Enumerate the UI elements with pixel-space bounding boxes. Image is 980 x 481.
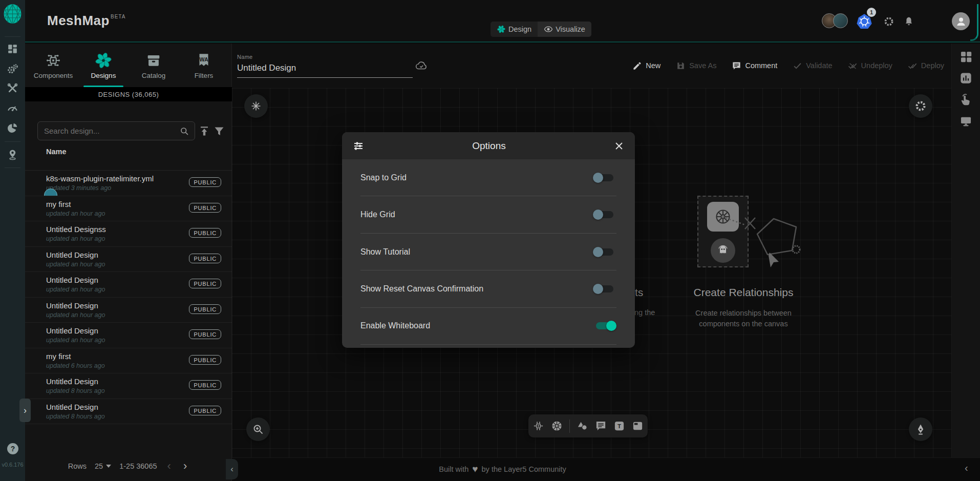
app-version: v0.6.176 xyxy=(0,462,25,468)
pagination: Rows 25 1-25 36065 ‹ › xyxy=(25,457,232,475)
meshmap-app: ? v0.6.176 › MeshMapBETA Design Visualiz… xyxy=(0,0,980,481)
design-row[interactable]: Untitled Design updated 8 hours ago PUBL… xyxy=(25,399,232,425)
app-header: MeshMapBETA Design Visualize 1 xyxy=(25,0,980,43)
save-as-button[interactable]: Save As xyxy=(676,61,716,71)
shapes-icon[interactable] xyxy=(577,420,588,432)
zoom-button[interactable] xyxy=(246,417,270,441)
canvas-settings-button[interactable] xyxy=(909,94,932,118)
cloud-saved-icon xyxy=(415,59,428,72)
kubernetes-wheel-icon[interactable] xyxy=(551,420,563,432)
page-range: 1-25 36065 xyxy=(119,462,157,470)
tab-catalog[interactable]: Catalog xyxy=(129,44,179,87)
tab-filters[interactable]: WA Filters xyxy=(179,44,229,87)
interaction-touch-icon[interactable] xyxy=(959,93,973,107)
collaborator-avatar xyxy=(833,13,848,28)
options-modal: Options Snap to Grid Hide Grid Show Tuto… xyxy=(342,132,635,348)
layer5-logo-icon[interactable] xyxy=(3,4,22,24)
action-label: Undeploy xyxy=(861,61,892,70)
designs-spiral-icon xyxy=(95,52,112,69)
chart-panel-icon[interactable] xyxy=(959,71,973,85)
previous-page-button[interactable]: ‹ xyxy=(165,461,173,471)
design-row[interactable]: my first updated an hour ago PUBLIC xyxy=(25,196,232,222)
design-row[interactable]: Untitled Design updated an hour ago PUBL… xyxy=(25,298,232,323)
beta-badge: BETA xyxy=(111,14,125,19)
designs-section-header: DESIGNS (36,065) xyxy=(25,87,232,101)
notifications-bell-icon[interactable] xyxy=(903,16,914,27)
next-page-button[interactable]: › xyxy=(181,461,189,471)
configuration-tools-icon[interactable] xyxy=(6,82,19,95)
modal-option-toggle[interactable] xyxy=(593,246,616,258)
filter-funnel-icon[interactable] xyxy=(213,125,225,137)
snowflake-icon xyxy=(250,100,262,112)
magnifier-icon xyxy=(252,423,264,435)
expand-drawer-button[interactable]: › xyxy=(19,399,31,422)
undeploy-button[interactable]: Undeploy xyxy=(848,61,892,71)
add-component-icon[interactable] xyxy=(532,420,544,432)
pen-tool-button[interactable] xyxy=(909,417,932,441)
rail-divider xyxy=(5,168,20,168)
search-row xyxy=(25,121,232,141)
page-size-value: 25 xyxy=(95,462,103,470)
help-button[interactable]: ? xyxy=(7,443,18,454)
toggle-thumb xyxy=(593,284,603,294)
deploy-button[interactable]: Deploy xyxy=(908,61,944,71)
display-monitor-icon[interactable] xyxy=(959,114,973,128)
extensions-pie-icon[interactable] xyxy=(6,121,19,134)
page-size-select[interactable]: 25 xyxy=(95,462,111,470)
performance-gauge-icon[interactable] xyxy=(6,101,19,114)
dock-divider xyxy=(569,420,570,433)
design-name-input[interactable] xyxy=(237,60,413,78)
design-row[interactable]: Untitled Design updated 8 hours ago PUBL… xyxy=(25,373,232,399)
collapse-left-drawer-button[interactable]: ‹ xyxy=(226,459,238,479)
tab-design[interactable]: Design xyxy=(491,22,538,37)
tab-components[interactable]: Components xyxy=(28,44,78,87)
widgets-grid-icon[interactable] xyxy=(959,50,973,64)
wasm-filters-icon: WA xyxy=(195,52,212,69)
design-row[interactable]: Untitled Design updated an hour ago PUBL… xyxy=(25,247,232,273)
new-button[interactable]: New xyxy=(632,61,661,71)
collaborator-avatars[interactable] xyxy=(822,13,848,30)
validate-button[interactable]: Validate xyxy=(793,61,832,71)
design-row[interactable]: Untitled Design updated an hour ago PUBL… xyxy=(25,272,232,298)
comment-tool-icon[interactable] xyxy=(595,420,607,432)
dashboard-icon[interactable] xyxy=(6,43,19,55)
design-visibility-badge: PUBLIC xyxy=(189,228,221,238)
design-visibility-badge: PUBLIC xyxy=(189,380,221,390)
components-circuit-icon xyxy=(45,52,62,69)
upload-design-icon[interactable] xyxy=(198,125,210,137)
canvas-right-rail xyxy=(951,44,980,457)
mode-label: Visualize xyxy=(556,25,585,33)
tab-designs[interactable]: Designs xyxy=(78,44,129,87)
design-row[interactable]: Untitled Design updated an hour ago PUBL… xyxy=(25,323,232,348)
meshmap-pin-icon[interactable] xyxy=(6,148,19,161)
rail-divider xyxy=(5,36,20,37)
modal-option-toggle[interactable] xyxy=(593,172,616,184)
modal-option-row: Hide Grid xyxy=(360,196,616,233)
rail-divider xyxy=(5,141,20,142)
search-input[interactable] xyxy=(38,127,179,135)
text-tool-icon[interactable]: T xyxy=(613,420,625,432)
modal-option-toggle[interactable] xyxy=(593,320,616,332)
lifecycle-gears-icon[interactable] xyxy=(6,62,19,75)
modal-option-toggle[interactable] xyxy=(593,283,616,295)
close-icon[interactable] xyxy=(613,140,625,152)
design-row[interactable]: Untitled Designss updated an hour ago PU… xyxy=(25,221,232,247)
design-row[interactable]: my first updated 6 hours ago PUBLIC xyxy=(25,348,232,374)
user-avatar[interactable] xyxy=(952,12,970,30)
comment-button[interactable]: Comment xyxy=(732,61,777,71)
modal-title: Options xyxy=(365,140,613,152)
drawer-tabstrip: Components Designs Catalog WA Filters xyxy=(25,44,232,87)
canvas-freeze-button[interactable] xyxy=(244,94,268,118)
search-icon[interactable] xyxy=(179,126,189,136)
modal-option-toggle[interactable] xyxy=(593,208,616,221)
search-box xyxy=(37,121,195,140)
pencil-icon xyxy=(632,61,642,71)
tab-visualize[interactable]: Visualize xyxy=(538,22,591,37)
modal-option-label: Enable Whiteboard xyxy=(360,321,430,330)
media-tool-icon[interactable] xyxy=(632,420,644,432)
rows-label: Rows xyxy=(68,462,87,470)
settings-gear-icon[interactable] xyxy=(883,16,894,27)
modal-option-row: Show Tutorial xyxy=(360,234,616,270)
design-row[interactable]: k8s-wasm-plugin-ratelimiter.yml updated … xyxy=(25,171,232,196)
expand-right-panel-button[interactable]: ‹ xyxy=(965,462,968,474)
